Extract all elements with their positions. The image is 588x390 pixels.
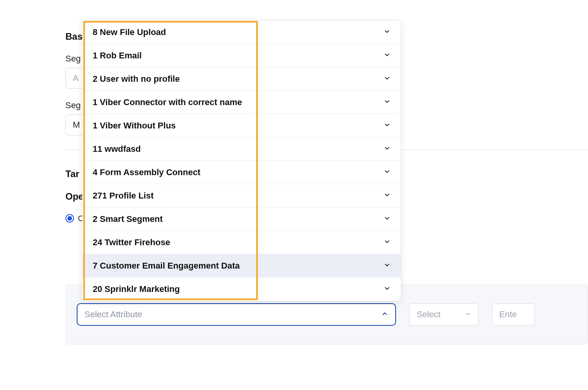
dropdown-item-label: 271 Profile List [93,191,154,201]
dropdown-item[interactable]: 20 Sprinklr Marketing [83,278,401,301]
select-attribute-dropdown[interactable]: Select Attribute [77,303,396,326]
dropdown-item[interactable]: 11 wwdfasd [83,137,401,161]
dropdown-item-label: 4 Form Assembly Connect [93,167,201,177]
chevron-down-icon [465,309,471,320]
dropdown-item[interactable]: 1 Viber Connector with correct name [83,91,401,114]
select-attribute-placeholder: Select Attribute [85,309,142,320]
chevron-down-icon [384,51,391,60]
dropdown-item-label: 24 Twitter Firehose [93,237,170,248]
chevron-down-icon [384,98,391,107]
select-operator-dropdown[interactable]: Select [409,303,479,326]
value-input-placeholder: Ente [499,309,517,320]
attribute-dropdown-panel: 8 New File Upload1 Rob Email2 User with … [82,20,401,301]
dropdown-item[interactable]: 1 Rob Email [83,44,401,67]
dropdown-item[interactable]: 2 User with no profile [83,67,401,91]
dropdown-item[interactable]: 7 Customer Email Engagement Data [83,254,401,278]
dropdown-item-label: 20 Sprinklr Marketing [93,284,180,294]
radio-selected-icon [65,214,74,223]
dropdown-item-label: 11 wwdfasd [93,144,141,154]
dropdown-item-label: 2 Smart Segment [93,214,163,224]
dropdown-item[interactable]: 271 Profile List [83,184,401,207]
dropdown-item-label: 8 New File Upload [93,27,166,37]
dropdown-item[interactable]: 4 Form Assembly Connect [83,161,401,184]
dropdown-item-label: 7 Customer Email Engagement Data [93,261,240,271]
value-input[interactable]: Ente [492,303,535,326]
chevron-down-icon [384,168,391,177]
dropdown-item-label: 1 Rob Email [93,51,142,61]
dropdown-item-label: 2 User with no profile [93,74,180,84]
dropdown-item-label: 1 Viber Connector with correct name [93,97,242,107]
chevron-down-icon [384,215,391,223]
dropdown-item[interactable]: 8 New File Upload [83,21,401,44]
select-operator-placeholder: Select [417,309,440,320]
dropdown-item[interactable]: 2 Smart Segment [83,207,401,231]
dropdown-item-label: 1 Viber Without Plus [93,121,176,131]
chevron-down-icon [384,75,391,83]
chevron-down-icon [384,28,391,37]
chevron-down-icon [384,285,391,293]
chevron-down-icon [384,262,391,270]
chevron-up-icon [381,309,388,320]
chevron-down-icon [384,238,391,247]
dropdown-item[interactable]: 24 Twitter Firehose [83,231,401,254]
chevron-down-icon [384,121,391,130]
dropdown-item[interactable]: 1 Viber Without Plus [83,114,401,137]
chevron-down-icon [384,191,391,200]
chevron-down-icon [384,145,391,153]
segment-input-1-placeholder: A [73,73,79,83]
segment-input-2-value: M [73,120,80,130]
